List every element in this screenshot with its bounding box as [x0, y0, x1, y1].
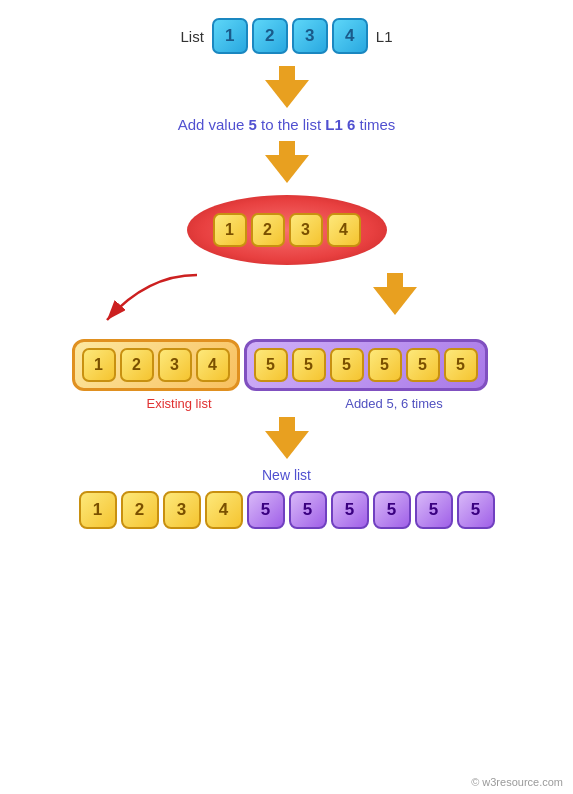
oval-cell-1: 1 [213, 213, 247, 247]
watermark: © w3resource.com [471, 776, 563, 788]
new-list-label: New list [262, 467, 311, 483]
cell-3: 3 [292, 18, 328, 54]
oval-container: 1 2 3 4 [187, 195, 387, 265]
exist-cell-4: 4 [196, 348, 230, 382]
combined-row: 1 2 3 4 5 5 5 5 5 5 [72, 339, 488, 391]
exist-cell-1: 1 [82, 348, 116, 382]
new-cell-10: 5 [457, 491, 495, 529]
added-cell-6: 5 [444, 348, 478, 382]
new-cell-5: 5 [247, 491, 285, 529]
arrow-3 [373, 273, 417, 315]
added-cell-4: 5 [368, 348, 402, 382]
added-label: Added 5, 6 times [287, 396, 502, 411]
new-cell-6: 5 [289, 491, 327, 529]
new-cell-3: 3 [163, 491, 201, 529]
cell-2: 2 [252, 18, 288, 54]
l1-label: L1 [376, 28, 393, 45]
oval-cell-2: 2 [251, 213, 285, 247]
existing-group: 1 2 3 4 [72, 339, 240, 391]
arrow-1 [265, 66, 309, 108]
new-cell-7: 5 [331, 491, 369, 529]
curved-arrow-section [67, 265, 447, 335]
existing-label: Existing list [72, 396, 287, 411]
exist-cell-3: 3 [158, 348, 192, 382]
new-cell-4: 4 [205, 491, 243, 529]
added-cell-1: 5 [254, 348, 288, 382]
arrow-2 [265, 141, 309, 183]
cell-1: 1 [212, 18, 248, 54]
combined-section: 1 2 3 4 5 5 5 5 5 5 Existing list Added … [72, 335, 502, 411]
added-group: 5 5 5 5 5 5 [244, 339, 488, 391]
list-label: List [180, 28, 203, 45]
labels-row: Existing list Added 5, 6 times [72, 396, 502, 411]
new-cell-1: 1 [79, 491, 117, 529]
main-container: List 1 2 3 4 L1 Add value 5 to the list … [0, 0, 573, 794]
new-list-row: 1 2 3 4 5 5 5 5 5 5 [79, 491, 495, 529]
arrow-4 [265, 417, 309, 459]
oval-cell-4: 4 [327, 213, 361, 247]
new-cell-9: 5 [415, 491, 453, 529]
initial-list-row: List 1 2 3 4 L1 [180, 18, 392, 54]
cell-4: 4 [332, 18, 368, 54]
added-cell-2: 5 [292, 348, 326, 382]
added-cell-5: 5 [406, 348, 440, 382]
exist-cell-2: 2 [120, 348, 154, 382]
curved-arrow-svg [87, 265, 287, 335]
oval-bg: 1 2 3 4 [187, 195, 387, 265]
new-cell-8: 5 [373, 491, 411, 529]
new-cell-2: 2 [121, 491, 159, 529]
oval-cell-3: 3 [289, 213, 323, 247]
added-cell-3: 5 [330, 348, 364, 382]
description-text: Add value 5 to the list L1 6 times [178, 116, 396, 133]
